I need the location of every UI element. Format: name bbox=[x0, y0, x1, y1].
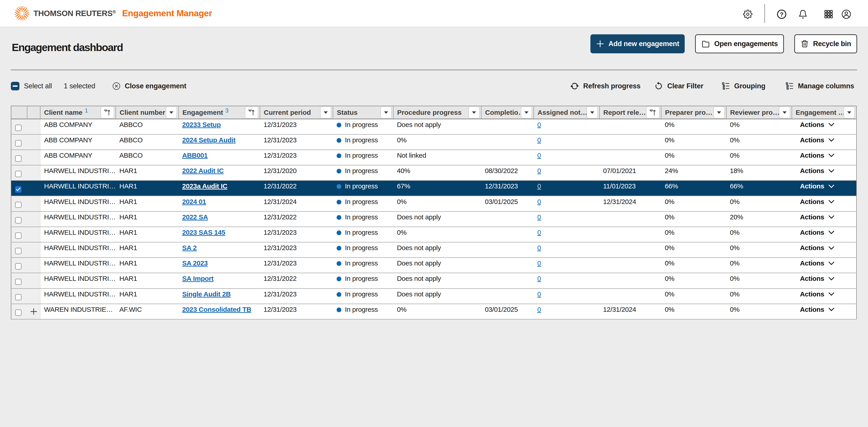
svg-text:?: ? bbox=[780, 11, 783, 18]
